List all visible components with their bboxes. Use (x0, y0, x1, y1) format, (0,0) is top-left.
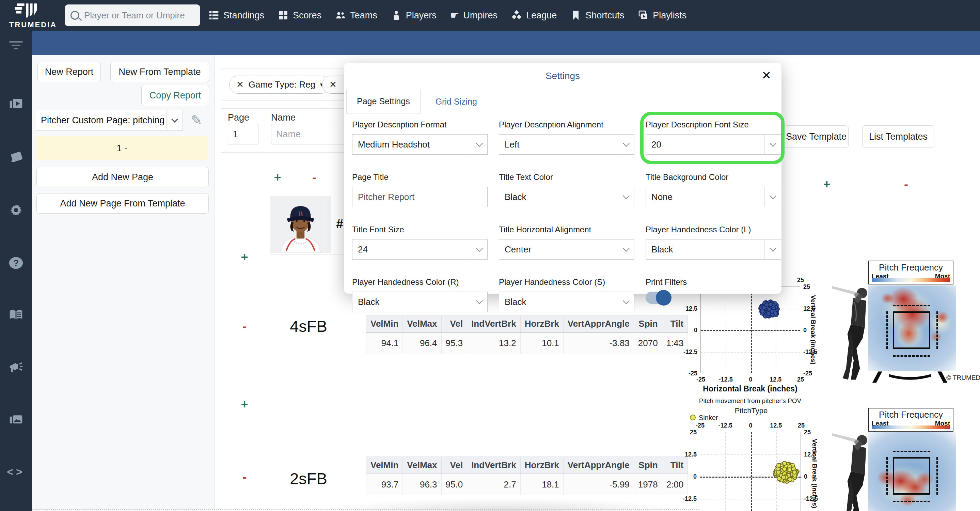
field-label: Player Description Format (352, 120, 488, 129)
new-from-template-button[interactable]: New From Template (110, 62, 209, 82)
nav-umpires[interactable]: ☛ Umpires (450, 10, 498, 21)
tab-page-settings[interactable]: Page Settings (346, 89, 420, 113)
field-label: Title Font Size (352, 225, 488, 234)
select-value: Black (352, 297, 471, 307)
page-title-input[interactable] (352, 187, 488, 207)
player-description-alignment-select[interactable]: Left (499, 134, 635, 154)
nav-scores[interactable]: Scores (278, 10, 321, 21)
nav-standings[interactable]: Standings (208, 10, 264, 21)
chevron-down-icon (471, 135, 487, 154)
page-field-label: Page (228, 112, 249, 123)
field-print-filters: Print Filters (646, 277, 781, 312)
nav-playlists[interactable]: Playlists (638, 10, 686, 21)
copyright-text: © TRUMEDIA 2024 (946, 374, 980, 382)
filter-chip-game-type[interactable]: ✕ Game Type: Reg ▾ (229, 76, 330, 94)
image-gallery-icon[interactable] (8, 412, 24, 427)
scatter-dot (777, 476, 781, 481)
scatter-dot (781, 475, 786, 480)
embed-code-icon[interactable]: <> (7, 466, 25, 478)
field-title-font-size: Title Font Size 24 (352, 225, 488, 259)
field-player-handedness-color-l: Player Handedness Color (L) Black (646, 225, 781, 259)
svg-text:?: ? (13, 258, 19, 268)
strike-zone-dashed-line (936, 457, 938, 495)
glossary-book-icon[interactable] (8, 307, 24, 323)
col-header: Vel (441, 315, 467, 333)
settings-gear-icon[interactable] (8, 203, 24, 218)
scatter-dot (788, 477, 792, 482)
add-new-page-from-template-button[interactable]: Add New Page From Template (37, 193, 209, 213)
nav-teams[interactable]: Teams (335, 10, 377, 21)
title-text-color-select[interactable]: Black (499, 187, 635, 207)
remove-column-button[interactable]: - (904, 178, 908, 190)
add-new-page-button[interactable]: Add New Page (37, 167, 209, 187)
field-title-background-color: Title Background Color None (646, 172, 781, 207)
settings-modal: Settings ✕ Page Settings Grid Sizing Pla… (344, 63, 781, 294)
page-select[interactable]: Pitcher Custom Page: pitching -... (36, 110, 183, 131)
player-description-font-size-select[interactable]: 20 (646, 134, 781, 154)
copy-report-button[interactable]: Copy Report (141, 85, 209, 106)
cell: 96.4 (403, 333, 441, 354)
col-header: IndVertBrk (467, 315, 521, 333)
scatter-dot (776, 463, 781, 468)
add-row-button[interactable]: + (241, 398, 248, 411)
player-description-format-select[interactable]: Medium Headshot (352, 134, 488, 154)
chip-label: Game Type: Reg (248, 80, 315, 90)
video-playlist-icon[interactable] (8, 96, 24, 111)
add-column-button[interactable]: + (274, 171, 281, 184)
trumedia-logo[interactable]: TRUMEDIA (4, 2, 62, 30)
page-number-input[interactable] (228, 124, 258, 145)
new-report-button[interactable]: New Report (37, 62, 101, 82)
close-icon[interactable]: ✕ (329, 80, 337, 90)
remove-column-button[interactable]: - (312, 171, 317, 184)
close-icon[interactable]: ✕ (762, 70, 772, 81)
player-handedness-color-l-select[interactable]: Black (646, 239, 781, 259)
whiteboard-icon[interactable] (8, 150, 24, 165)
cell: 2070 (634, 333, 662, 354)
page-row-item[interactable]: 1 - (36, 136, 208, 160)
cell: 2:00 (662, 474, 688, 495)
save-template-button[interactable]: Save Template (784, 125, 849, 148)
scores-icon (278, 10, 289, 21)
filter-icon[interactable] (9, 39, 23, 51)
edit-pencil-icon[interactable]: ✎ (186, 110, 207, 131)
col-header: VelMin (366, 457, 403, 474)
field-player-description-format: Player Description Format Medium Headsho… (352, 120, 488, 154)
umpires-icon: ☛ (450, 10, 459, 21)
select-value: Black (646, 244, 764, 255)
search-input[interactable] (84, 10, 193, 21)
close-icon[interactable]: ✕ (236, 80, 244, 90)
page-bottom-shadow (293, 493, 715, 511)
col-header: Vel (441, 457, 467, 474)
list-templates-button[interactable]: List Templates (862, 125, 934, 148)
title-font-size-select[interactable]: 24 (352, 239, 488, 259)
report-panel: New Report New From Template Copy Report… (32, 55, 215, 511)
title-background-color-select[interactable]: None (646, 187, 781, 207)
tab-grid-sizing[interactable]: Grid Sizing (425, 89, 487, 113)
nav-shortcuts[interactable]: Shortcuts (570, 10, 624, 21)
field-title-horizontal-alignment: Title Horizontal Alignment Center (499, 225, 635, 259)
select-value: 20 (646, 139, 764, 150)
cell: 93.7 (366, 474, 403, 495)
col-header: Tilt (662, 315, 688, 333)
title-horizontal-alignment-select[interactable]: Center (499, 239, 635, 259)
field-label: Page Title (352, 172, 488, 182)
strike-zone-box (893, 457, 930, 495)
cell: 13.2 (467, 333, 521, 354)
chevron-down-icon (618, 135, 634, 154)
batter-silhouette (832, 424, 873, 511)
print-filters-toggle[interactable] (646, 291, 670, 304)
col-header: VelMax (403, 457, 441, 474)
player-handedness-color-r-select[interactable]: Black (352, 291, 488, 312)
add-column-button[interactable]: + (823, 178, 830, 190)
scatter-dot (782, 461, 787, 466)
help-icon[interactable]: ? (8, 256, 24, 271)
nav-league[interactable]: League (511, 10, 557, 21)
global-search[interactable] (65, 5, 200, 26)
nav-players[interactable]: Players (391, 10, 436, 21)
remove-row-button[interactable]: - (242, 471, 247, 483)
announcements-megaphone-icon[interactable] (8, 360, 24, 375)
player-handedness-color-s-select[interactable]: Black (499, 291, 635, 312)
remove-row-button[interactable]: - (242, 320, 247, 333)
col-header: VelMax (403, 315, 441, 333)
add-row-button[interactable]: + (241, 251, 248, 263)
